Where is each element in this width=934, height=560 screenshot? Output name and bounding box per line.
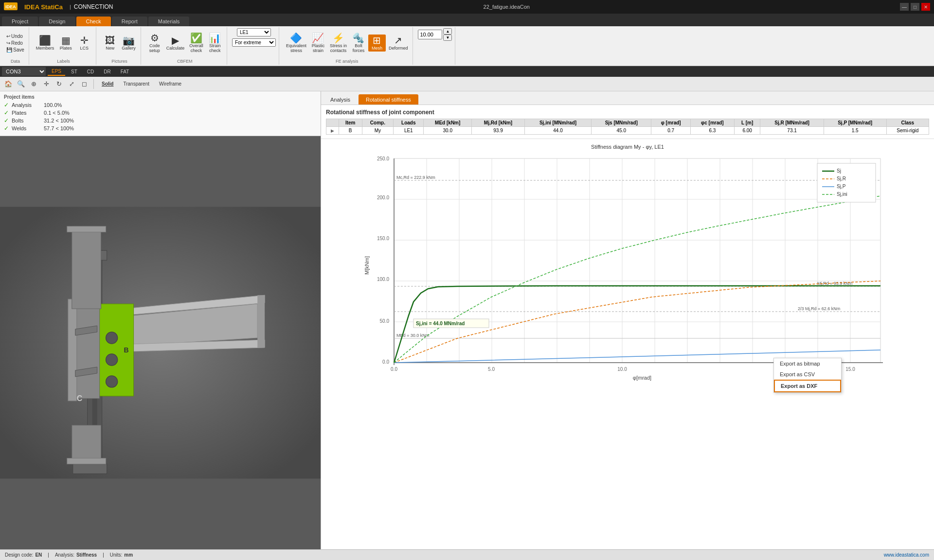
code-setup-icon: ⚙ bbox=[150, 33, 159, 43]
chart-container: 0.0 5.0 10.0 15.0 φ[mrad] 0.0 50.0 100.0… bbox=[326, 154, 929, 540]
search-button[interactable]: 🔍 bbox=[16, 79, 26, 89]
strain-check-button[interactable]: 📊 Strain check bbox=[206, 32, 224, 54]
zoom-input[interactable] bbox=[418, 30, 442, 39]
calculate-button[interactable]: ▶ Calculate bbox=[164, 35, 187, 52]
solid-view-button[interactable]: Solid bbox=[98, 80, 117, 88]
undo-button[interactable]: ↩ Undo bbox=[5, 33, 26, 39]
export-dxf-item[interactable]: Export as DXF bbox=[774, 380, 841, 392]
extreme-select[interactable]: For extreme bbox=[232, 38, 276, 47]
connection-select[interactable]: CON3 bbox=[2, 67, 46, 76]
file-title: 22_fatigue.ideaCon bbox=[484, 4, 530, 10]
fullscreen-button[interactable]: ⤢ bbox=[66, 79, 77, 89]
svg-text:50.0: 50.0 bbox=[380, 318, 390, 324]
svg-text:Mc,Rd = 222.9 kNm: Mc,Rd = 222.9 kNm bbox=[396, 175, 435, 180]
cell-sjini: 44.0 bbox=[524, 127, 591, 135]
conn-tab-st[interactable]: ST bbox=[67, 68, 81, 75]
right-panel: Analysis Rotational stiffness Rotational… bbox=[321, 91, 934, 549]
bolts-check-row: ✓ Bolts 31.2 < 100% bbox=[4, 117, 317, 124]
conn-tab-eps[interactable]: EPS bbox=[48, 68, 65, 76]
tab-rotational-stiffness[interactable]: Rotational stiffness bbox=[359, 94, 418, 105]
undo-icon: ↩ bbox=[6, 34, 10, 39]
design-code-label: Design code: bbox=[5, 552, 33, 558]
gallery-button[interactable]: 📷 Gallery bbox=[120, 35, 138, 52]
wireframe-button[interactable]: ◻ bbox=[79, 79, 90, 89]
svg-text:IDEA: IDEA bbox=[5, 4, 16, 9]
zoom-down-button[interactable]: ▼ bbox=[443, 35, 452, 41]
home-button[interactable]: 🏠 bbox=[3, 79, 14, 89]
labels-group-label: Labels bbox=[57, 58, 70, 64]
refresh-button[interactable]: ↻ bbox=[54, 79, 64, 89]
tab-materials[interactable]: Materials bbox=[148, 17, 190, 26]
mesh-button[interactable]: ⊞ Mesh bbox=[368, 35, 386, 52]
ribbon-fe-group: 🔷 Equivalent stress 📈 Plastic strain ⚡ S… bbox=[281, 27, 413, 65]
lcs-button[interactable]: ✛ LCS bbox=[75, 35, 93, 52]
save-button[interactable]: 💾 Save bbox=[5, 47, 26, 53]
fe-group-label: FE analysis bbox=[336, 58, 359, 64]
redo-icon: ↪ bbox=[6, 40, 10, 46]
data-group-label: Data bbox=[11, 58, 20, 64]
tab-design[interactable]: Design bbox=[39, 17, 75, 26]
context-menu: Export as bitmap Export as CSV Export as… bbox=[773, 358, 842, 393]
transparent-view-button[interactable]: Transparent bbox=[119, 80, 153, 88]
analysis-check-row: ✓ Analysis 100.0% bbox=[4, 102, 317, 108]
code-setup-button[interactable]: ⚙ Code setup bbox=[146, 32, 163, 54]
welds-ok-icon: ✓ bbox=[4, 125, 9, 132]
conn-tab-fat[interactable]: FAT bbox=[117, 68, 133, 75]
deformed-button[interactable]: ↗ Deformed bbox=[387, 35, 410, 52]
analysis-tabs: Analysis Rotational stiffness bbox=[321, 91, 934, 105]
chart-area: Stiffness diagram My - φy, LE1 bbox=[321, 139, 934, 549]
overall-check-button[interactable]: ✅ Overall check bbox=[187, 32, 205, 54]
pan-button[interactable]: ✛ bbox=[41, 79, 52, 89]
expand-button[interactable]: ▶ bbox=[326, 127, 339, 135]
lcs-icon: ✛ bbox=[80, 35, 89, 45]
plastic-strain-button[interactable]: 📈 Plastic strain bbox=[309, 32, 327, 54]
redo-button[interactable]: ↪ Redo bbox=[5, 40, 26, 46]
app-logo: IDEA bbox=[4, 2, 20, 11]
svg-text:Sj: Sj bbox=[837, 168, 841, 174]
zoom-fit-button[interactable]: ⊕ bbox=[28, 79, 39, 89]
statusbar: Design code: EN | Analysis: Stiffness | … bbox=[0, 549, 934, 560]
left-panel: Project items ✓ Analysis 100.0% ✓ Plates… bbox=[0, 91, 321, 549]
le1-select[interactable]: LE1 bbox=[237, 28, 271, 36]
zoom-up-button[interactable]: ▲ bbox=[443, 28, 452, 35]
export-csv-item[interactable]: Export as CSV bbox=[774, 369, 841, 380]
ribbon: ↩ Undo ↪ Redo 💾 Save Data ⬛ Members bbox=[0, 26, 934, 66]
cell-sjr: 73.1 bbox=[760, 127, 824, 135]
tab-analysis[interactable]: Analysis bbox=[323, 94, 358, 105]
close-button[interactable]: ✕ bbox=[921, 3, 930, 11]
bolt-forces-button[interactable]: 🔩 Bolt forces bbox=[350, 32, 367, 54]
minimize-button[interactable]: — bbox=[900, 3, 909, 11]
tab-project[interactable]: Project bbox=[2, 17, 38, 26]
welds-value: 57.7 < 100% bbox=[44, 125, 74, 131]
export-bitmap-item[interactable]: Export as bitmap bbox=[774, 358, 841, 369]
new-picture-button[interactable]: 🖼 New bbox=[101, 35, 119, 52]
ribbon-pictures-group: 🖼 New 📷 Gallery Pictures bbox=[98, 27, 141, 65]
pictures-group-label: Pictures bbox=[111, 58, 127, 64]
plates-ok-icon: ✓ bbox=[4, 109, 9, 116]
svg-text:B: B bbox=[124, 346, 129, 354]
wireframe-view-button[interactable]: Wireframe bbox=[155, 80, 185, 88]
svg-text:5.0: 5.0 bbox=[488, 367, 495, 372]
svg-text:150.0: 150.0 bbox=[377, 236, 389, 241]
stress-contacts-button[interactable]: ⚡ Stress in contacts bbox=[328, 32, 349, 54]
new-picture-icon: 🖼 bbox=[105, 35, 115, 45]
maximize-button[interactable]: □ bbox=[911, 3, 919, 11]
cbfem-group-label: CBFEM bbox=[177, 58, 193, 64]
equivalent-stress-icon: 🔷 bbox=[290, 33, 302, 43]
members-button[interactable]: ⬛ Members bbox=[34, 35, 56, 52]
conn-tab-dr[interactable]: DR bbox=[100, 68, 114, 75]
plates-button[interactable]: ▦ Plates bbox=[57, 35, 74, 52]
tab-check[interactable]: Check bbox=[76, 17, 111, 26]
col-expand bbox=[326, 119, 339, 127]
cell-l: 6.00 bbox=[734, 127, 760, 135]
website-link[interactable]: www.ideastatica.com bbox=[884, 552, 929, 558]
conn-tab-cd[interactable]: CD bbox=[83, 68, 98, 75]
table-row[interactable]: ▶ B My LE1 30.0 93.9 44.0 45.0 0.7 6.3 6… bbox=[326, 127, 929, 135]
equivalent-stress-button[interactable]: 🔷 Equivalent stress bbox=[284, 32, 308, 54]
svg-text:0.0: 0.0 bbox=[382, 359, 389, 365]
tab-report[interactable]: Report bbox=[112, 17, 147, 26]
3d-viewport[interactable]: B C bbox=[0, 136, 321, 549]
conn-bar: CON3 EPS ST CD DR FAT bbox=[0, 66, 934, 77]
col-sjp: Sj,P [MNm/rad] bbox=[824, 119, 886, 127]
cell-med: 30.0 bbox=[424, 127, 472, 135]
